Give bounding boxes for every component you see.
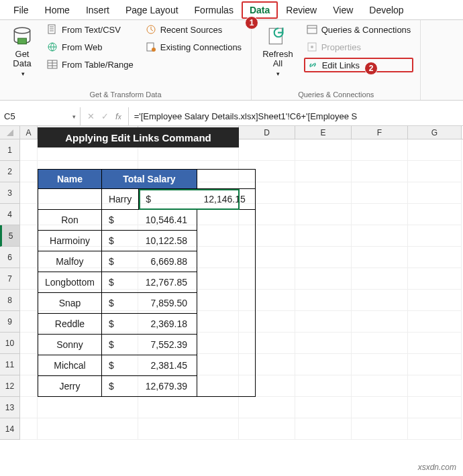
tab-page-layout[interactable]: Page Layout — [117, 1, 187, 19]
tab-review[interactable]: Review — [278, 1, 325, 19]
cell[interactable] — [20, 268, 38, 290]
edit-links-button[interactable]: Edit Links — [304, 58, 414, 72]
cell[interactable] — [352, 204, 408, 225]
cell[interactable] — [408, 418, 462, 440]
cell[interactable] — [20, 333, 38, 354]
table-cell-name[interactable]: Sonny — [38, 335, 102, 355]
cell[interactable] — [20, 182, 38, 204]
existing-connections-button[interactable]: Existing Connections — [143, 40, 244, 54]
cell[interactable] — [352, 333, 408, 354]
cell[interactable] — [20, 354, 38, 375]
tab-file[interactable]: File — [5, 1, 37, 19]
from-web-button[interactable]: From Web — [44, 40, 136, 54]
cell[interactable] — [295, 204, 352, 225]
cell[interactable] — [20, 225, 38, 247]
queries-connections-button[interactable]: Queries & Connections — [304, 23, 414, 36]
cell[interactable] — [295, 354, 352, 375]
row-header[interactable]: 9 — [0, 311, 20, 333]
cell[interactable] — [408, 333, 462, 354]
cell[interactable] — [295, 182, 352, 204]
cell[interactable] — [352, 375, 408, 397]
table-cell-name[interactable]: Longbottom — [38, 272, 102, 293]
table-cell-name[interactable]: Snap — [38, 293, 102, 314]
cell[interactable] — [20, 204, 38, 225]
cell[interactable] — [352, 311, 408, 333]
cell[interactable] — [20, 290, 38, 311]
refresh-all-button[interactable]: Refresh All ▾ — [258, 23, 297, 80]
cell[interactable] — [239, 418, 295, 440]
col-header-F[interactable]: F — [352, 126, 408, 139]
tab-developer[interactable]: Develop — [361, 1, 411, 19]
cell[interactable] — [295, 225, 352, 247]
cell[interactable] — [295, 139, 352, 161]
cell[interactable] — [408, 375, 462, 397]
col-header-E[interactable]: E — [295, 126, 352, 139]
tab-view[interactable]: View — [325, 1, 361, 19]
cell[interactable] — [38, 397, 138, 418]
cell[interactable] — [352, 418, 408, 440]
cell[interactable] — [408, 268, 462, 290]
tab-home[interactable]: Home — [37, 1, 78, 19]
cell[interactable] — [352, 397, 408, 418]
properties-button[interactable]: Properties — [304, 40, 414, 54]
cell[interactable] — [408, 354, 462, 375]
cell[interactable] — [408, 161, 462, 182]
row-header[interactable]: 13 — [0, 397, 20, 418]
cell[interactable] — [20, 161, 38, 182]
row-header[interactable]: 5 — [0, 225, 20, 247]
cell[interactable] — [352, 225, 408, 247]
row-header[interactable]: 11 — [0, 354, 20, 375]
cell[interactable] — [20, 397, 38, 418]
table-cell-name[interactable]: Malfoy — [38, 251, 102, 272]
cell[interactable] — [295, 268, 352, 290]
cell[interactable] — [352, 290, 408, 311]
cell[interactable] — [295, 397, 352, 418]
col-header-A[interactable]: A — [20, 126, 38, 139]
table-cell-name[interactable]: Reddle — [38, 314, 102, 335]
cell[interactable] — [295, 247, 352, 268]
cell[interactable] — [295, 161, 352, 182]
cell[interactable] — [20, 418, 38, 440]
cell[interactable] — [239, 397, 295, 418]
cell[interactable] — [295, 290, 352, 311]
table-cell-value[interactable]: 6,669.88 — [139, 251, 197, 272]
cell[interactable] — [408, 311, 462, 333]
cell[interactable] — [38, 418, 138, 440]
col-header-D[interactable]: D — [239, 126, 295, 139]
row-header[interactable]: 7 — [0, 268, 20, 290]
table-cell-value[interactable]: 10,546.41 — [139, 210, 197, 231]
cell[interactable] — [408, 225, 462, 247]
table-cell-value[interactable]: 2,381.45 — [139, 355, 197, 376]
cell[interactable] — [295, 418, 352, 440]
cell[interactable] — [20, 311, 38, 333]
cell[interactable] — [138, 397, 239, 418]
row-header[interactable]: 4 — [0, 204, 20, 225]
select-all-corner[interactable] — [0, 126, 20, 139]
table-cell-name[interactable]: Jerry — [38, 376, 102, 397]
table-cell-name[interactable]: Harry — [101, 189, 138, 210]
from-text-csv-button[interactable]: From Text/CSV — [44, 23, 136, 36]
tab-insert[interactable]: Insert — [78, 1, 117, 19]
cell[interactable] — [138, 418, 239, 440]
table-cell-value[interactable]: 7,552.39 — [139, 335, 197, 355]
cell[interactable] — [20, 139, 38, 161]
table-cell-name[interactable]: Ron — [38, 210, 102, 231]
cell[interactable] — [20, 375, 38, 397]
table-cell-value[interactable]: 12,767.85 — [139, 272, 197, 293]
row-header[interactable]: 8 — [0, 290, 20, 311]
cell[interactable] — [295, 311, 352, 333]
tab-formulas[interactable]: Formulas — [187, 1, 242, 19]
name-box[interactable]: C5 ▾ — [0, 107, 81, 125]
enter-formula-icon[interactable]: ✓ — [101, 111, 109, 121]
cell[interactable] — [408, 397, 462, 418]
cell[interactable] — [352, 247, 408, 268]
row-header[interactable]: 12 — [0, 375, 20, 397]
row-header[interactable]: 2 — [0, 161, 20, 182]
cell[interactable] — [295, 333, 352, 354]
formula-input[interactable]: ='[Employee Salary Details.xlsx]Sheet1'!… — [129, 111, 463, 121]
cell[interactable] — [352, 161, 408, 182]
row-header[interactable]: 6 — [0, 247, 20, 268]
cell[interactable] — [352, 268, 408, 290]
cell[interactable] — [352, 182, 408, 204]
cell[interactable] — [352, 354, 408, 375]
